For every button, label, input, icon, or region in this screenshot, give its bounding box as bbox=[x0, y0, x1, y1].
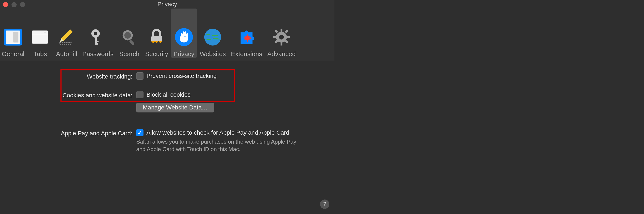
toolbar-item-websites[interactable]: Websites bbox=[197, 9, 228, 58]
toolbar-label: Extensions bbox=[231, 50, 262, 58]
hand-icon bbox=[173, 27, 194, 48]
cookies-label: Cookies and website data: bbox=[0, 91, 136, 99]
block-cookies-text: Block all cookies bbox=[146, 91, 190, 98]
applepay-checkbox[interactable] bbox=[136, 129, 144, 136]
zoom-window-icon bbox=[20, 2, 25, 7]
toolbar-item-search[interactable]: Search bbox=[116, 9, 143, 58]
toolbar-item-privacy[interactable]: Privacy bbox=[171, 9, 197, 58]
prevent-tracking-text: Prevent cross-site tracking bbox=[146, 72, 217, 79]
toolbar-item-advanced[interactable]: Advanced bbox=[265, 9, 298, 58]
svg-point-11 bbox=[94, 32, 97, 35]
svg-rect-24 bbox=[280, 42, 282, 46]
svg-rect-29 bbox=[285, 30, 288, 33]
toolbar-item-autofill[interactable]: AutoFill bbox=[54, 9, 80, 58]
toolbar-item-security[interactable]: Security bbox=[143, 9, 171, 58]
svg-rect-27 bbox=[275, 30, 278, 33]
block-cookies-checkbox[interactable] bbox=[136, 91, 144, 98]
window-traffic-lights bbox=[3, 2, 25, 7]
svg-rect-23 bbox=[280, 29, 282, 32]
pencil-icon bbox=[56, 27, 77, 48]
svg-rect-2 bbox=[14, 32, 18, 43]
svg-rect-26 bbox=[286, 36, 290, 38]
help-icon: ? bbox=[323, 201, 326, 207]
toolbar-item-passwords[interactable]: Passwords bbox=[80, 9, 116, 58]
toolbar-label: Passwords bbox=[82, 50, 114, 58]
switch-icon bbox=[2, 27, 24, 48]
manage-website-data-button[interactable]: Manage Website Data… bbox=[136, 103, 214, 113]
toolbar-label: Security bbox=[145, 50, 168, 58]
svg-rect-17 bbox=[129, 40, 135, 45]
help-button[interactable]: ? bbox=[320, 199, 329, 209]
lock-icon bbox=[146, 27, 167, 48]
svg-text:+: + bbox=[44, 30, 46, 34]
svg-point-31 bbox=[279, 35, 284, 40]
preferences-toolbar: General + Tabs AutoFill bbox=[0, 9, 334, 61]
toolbar-label: Advanced bbox=[267, 50, 296, 58]
toolbar-label: Privacy bbox=[174, 50, 194, 58]
svg-rect-14 bbox=[95, 43, 98, 45]
applepay-description: Safari allows you to make purchases on t… bbox=[136, 138, 306, 153]
toolbar-item-extensions[interactable]: Extensions bbox=[228, 9, 265, 58]
svg-rect-9 bbox=[60, 42, 71, 44]
tabs-icon: + bbox=[30, 27, 51, 48]
svg-point-21 bbox=[204, 29, 221, 46]
prevent-tracking-checkbox[interactable] bbox=[136, 72, 144, 80]
magnifier-icon bbox=[119, 27, 140, 48]
content-area: Website tracking: Prevent cross-site tra… bbox=[0, 61, 334, 153]
toolbar-label: AutoFill bbox=[56, 50, 77, 58]
svg-rect-13 bbox=[95, 41, 98, 42]
toolbar-label: Tabs bbox=[34, 50, 47, 58]
svg-rect-25 bbox=[273, 36, 277, 38]
svg-point-16 bbox=[124, 32, 131, 39]
toolbar-label: Search bbox=[119, 50, 140, 58]
key-icon bbox=[87, 27, 108, 48]
toolbar-label: General bbox=[2, 50, 24, 58]
puzzle-icon bbox=[236, 27, 257, 48]
toolbar-item-tabs[interactable]: + Tabs bbox=[27, 9, 54, 58]
applepay-label: Apple Pay and Apple Card: bbox=[0, 129, 136, 137]
applepay-text: Allow websites to check for Apple Pay an… bbox=[146, 129, 289, 136]
gear-icon bbox=[271, 27, 292, 48]
titlebar: Privacy bbox=[0, 0, 334, 9]
window-title: Privacy bbox=[158, 1, 177, 8]
close-window-icon[interactable] bbox=[3, 2, 8, 7]
website-tracking-label: Website tracking: bbox=[0, 72, 136, 80]
toolbar-label: Websites bbox=[200, 50, 226, 58]
globe-icon bbox=[202, 27, 223, 48]
minimize-window-icon bbox=[12, 2, 16, 7]
toolbar-item-general[interactable]: General bbox=[0, 9, 27, 58]
